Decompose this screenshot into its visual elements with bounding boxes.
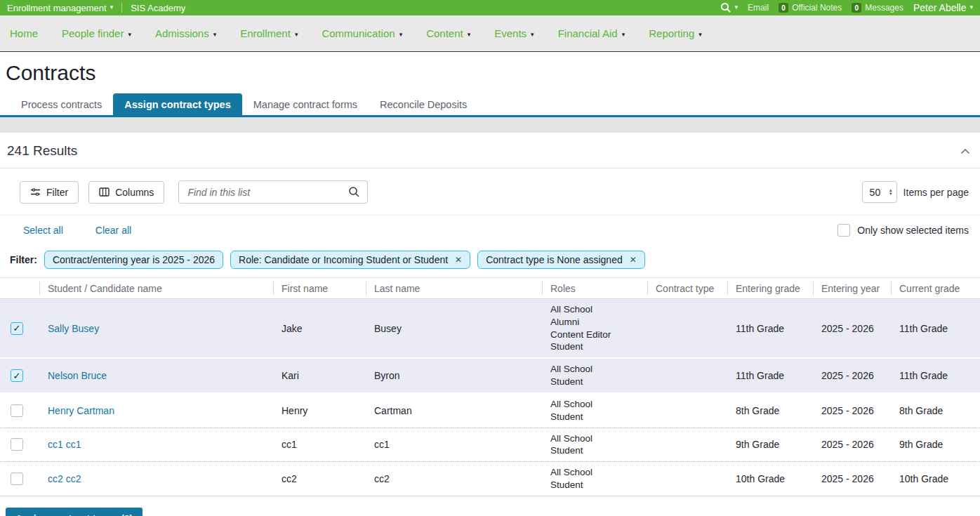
cell-first-name: Jake: [273, 319, 366, 338]
assign-contract-types-button[interactable]: Assign contract types (2): [6, 508, 143, 516]
clear-all-link[interactable]: Clear all: [95, 225, 131, 236]
cell-contract-type: [647, 324, 727, 333]
nav-item-enrollment[interactable]: Enrollment ▾: [240, 27, 298, 39]
cell-last-name: cc2: [366, 469, 542, 489]
row-checkbox[interactable]: ✓: [11, 404, 23, 417]
footer-actions: Assign contract types (2): [0, 496, 980, 516]
remove-filter-icon[interactable]: ✕: [455, 255, 462, 265]
cell-entering-year: 2025 - 2026: [813, 319, 891, 338]
remove-filter-icon[interactable]: ✕: [630, 255, 637, 265]
contracts-table: Student / Candidate name First name Last…: [0, 277, 980, 496]
chevron-up-icon: [960, 148, 970, 154]
row-checkbox[interactable]: ✓: [11, 438, 23, 451]
nav-item-admissions[interactable]: Admissions ▾: [155, 27, 216, 39]
check-icon: ✓: [13, 371, 21, 381]
nav-item-home[interactable]: Home: [10, 27, 38, 39]
cell-entering-grade: 10th Grade: [727, 469, 813, 489]
cell-current-grade: 10th Grade: [891, 469, 980, 489]
row-checkbox[interactable]: ✓: [11, 472, 23, 485]
nav-item-people-finder[interactable]: People finder ▾: [62, 27, 131, 39]
collapse-results-button[interactable]: [960, 148, 970, 154]
topbar-divider: [121, 3, 122, 13]
cell-roles: All School Alumni Content Editor Student: [542, 299, 647, 357]
student-name-link[interactable]: cc2 cc2: [48, 473, 81, 484]
cell-entering-grade: 11th Grade: [727, 319, 813, 338]
cell-last-name: Byron: [366, 366, 542, 385]
cell-current-grade: 11th Grade: [891, 366, 980, 385]
search-icon[interactable]: [348, 186, 360, 198]
caret-down-icon: ▾: [468, 31, 471, 38]
user-menu[interactable]: Peter Abelle ▾: [913, 2, 973, 13]
filters-label: Filter:: [10, 254, 37, 265]
nav-item-reporting[interactable]: Reporting ▾: [649, 27, 702, 39]
contracts-tabs: Process contracts Assign contract types …: [0, 93, 980, 117]
nav-item-content[interactable]: Content ▾: [426, 27, 470, 39]
student-name-link[interactable]: Nelson Bruce: [48, 370, 107, 381]
cell-entering-year: 2025 - 2026: [813, 469, 891, 489]
caret-down-icon: ▾: [735, 4, 739, 11]
cell-entering-year: 2025 - 2026: [813, 401, 891, 421]
tab-reconcile-deposits[interactable]: Reconcile Deposits: [369, 93, 478, 115]
results-count: 241 Results: [7, 143, 77, 159]
cell-first-name: Henry: [273, 401, 366, 421]
tab-assign-contract-types[interactable]: Assign contract types: [113, 93, 242, 115]
items-per-page-label: Items per page: [903, 187, 969, 198]
tab-manage-contract-forms[interactable]: Manage contract forms: [242, 93, 369, 115]
student-name-link[interactable]: Sally Busey: [48, 323, 99, 334]
nav-item-events[interactable]: Events ▾: [494, 27, 534, 39]
cell-current-grade: 8th Grade: [891, 401, 980, 421]
filter-chip-contract-type[interactable]: Contract type is None assigned ✕: [477, 251, 645, 269]
messages-link[interactable]: 0 Messages: [852, 3, 903, 13]
cell-entering-year: 2025 - 2026: [813, 366, 891, 385]
caret-down-icon: ▾: [295, 31, 298, 38]
student-name-link[interactable]: Henry Cartman: [48, 405, 114, 416]
cell-first-name: Kari: [273, 366, 366, 385]
cell-contract-type: [647, 475, 727, 483]
cell-contract-type: [647, 440, 727, 449]
caret-down-icon: ▾: [399, 31, 403, 38]
list-toolbar: Filter Columns 50 ▴ ▾ Items per page: [0, 168, 980, 216]
row-checkbox[interactable]: ✓: [11, 322, 23, 335]
filter-button[interactable]: Filter: [20, 181, 79, 204]
official-notes-count-badge: 0: [779, 3, 788, 13]
row-checkbox[interactable]: ✓: [11, 369, 23, 382]
only-show-selected-label: Only show selected items: [857, 225, 969, 236]
items-per-page-select[interactable]: 50 ▴ ▾: [862, 181, 897, 203]
cell-last-name: Busey: [366, 319, 542, 338]
filter-chip-entering-year[interactable]: Contract/entering year is 2025 - 2026: [44, 251, 223, 269]
messages-count-badge: 0: [852, 3, 861, 13]
table-row: ✓ Sally Busey Jake Busey All School Alum…: [0, 299, 980, 359]
nav-item-communication[interactable]: Communication ▾: [322, 27, 402, 39]
app-switcher-label: Enrollment management: [7, 3, 107, 13]
header-last-name: Last name: [366, 278, 542, 298]
student-name-link[interactable]: cc1 cc1: [48, 439, 81, 450]
caret-down-icon: ▾: [213, 31, 217, 38]
caret-down-icon: ▾: [128, 31, 131, 38]
table-row: ✓ Henry Cartman Henry Cartman All School…: [0, 394, 980, 428]
search-input[interactable]: [187, 187, 348, 198]
app-switcher-menu[interactable]: Enrollment management ▾: [7, 3, 113, 13]
filter-chip-role[interactable]: Role: Candidate or Incoming Student or S…: [230, 251, 470, 269]
columns-button[interactable]: Columns: [88, 181, 164, 204]
cell-contract-type: [647, 371, 727, 380]
cell-last-name: Cartman: [366, 401, 542, 421]
school-name: SIS Academy: [131, 3, 185, 13]
cell-first-name: cc1: [273, 435, 366, 454]
cell-first-name: cc2: [273, 469, 366, 489]
global-search-button[interactable]: ▾: [720, 2, 739, 13]
selection-controls: Select all Clear all ✓ Only show selecte…: [0, 216, 980, 244]
tab-process-contracts[interactable]: Process contracts: [10, 93, 113, 115]
select-all-link[interactable]: Select all: [23, 225, 63, 236]
cell-current-grade: 9th Grade: [891, 435, 980, 454]
main-nav: Home People finder ▾ Admissions ▾ Enroll…: [0, 15, 980, 52]
official-notes-link[interactable]: 0 Official Notes: [779, 3, 842, 13]
nav-item-financial-aid[interactable]: Financial Aid ▾: [558, 27, 625, 39]
caret-down-icon: ▾: [622, 31, 625, 38]
email-link[interactable]: Email: [748, 3, 769, 13]
cell-entering-grade: 11th Grade: [727, 366, 813, 385]
table-row: ✓ Nelson Bruce Kari Byron All School Stu…: [0, 359, 980, 394]
caret-down-icon: ▾: [969, 4, 973, 11]
header-current-grade: Current grade: [891, 278, 980, 298]
only-show-selected-checkbox[interactable]: ✓: [837, 224, 850, 237]
table-row: ✓ cc1 cc1 cc1 cc1 All School Student 9th…: [0, 428, 980, 463]
